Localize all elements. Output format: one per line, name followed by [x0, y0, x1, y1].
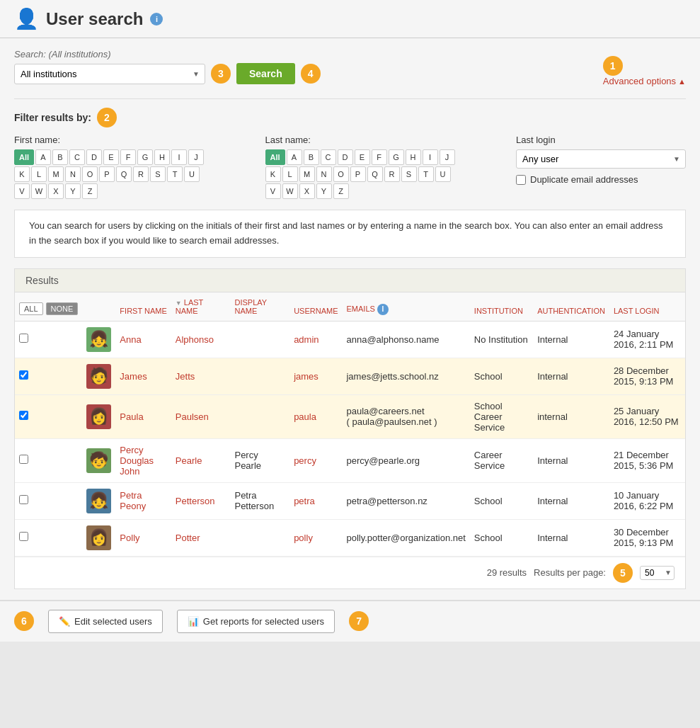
- firstname-m-btn[interactable]: M: [48, 166, 64, 182]
- firstname-h-btn[interactable]: H: [154, 149, 170, 165]
- lastname-a-btn[interactable]: A: [287, 149, 302, 165]
- avatar: 🧒: [86, 448, 111, 473]
- firstname-all-btn[interactable]: All: [14, 149, 34, 165]
- row-checkbox[interactable]: [19, 411, 28, 420]
- user-firstname-link[interactable]: Anna: [120, 334, 141, 345]
- advanced-options-link[interactable]: Advanced options ▲: [603, 76, 686, 86]
- username-link[interactable]: polly: [294, 533, 313, 543]
- lastname-all-btn[interactable]: All: [265, 149, 285, 165]
- firstname-k-btn[interactable]: K: [14, 166, 30, 182]
- username-link[interactable]: paula: [294, 411, 316, 422]
- row-checkbox[interactable]: [19, 455, 28, 464]
- lastname-k-btn[interactable]: K: [265, 166, 281, 182]
- firstname-x-btn[interactable]: X: [48, 183, 64, 199]
- firstname-z-btn[interactable]: Z: [82, 183, 98, 199]
- user-lastname-link[interactable]: Potter: [176, 533, 200, 543]
- username-link[interactable]: petra: [294, 496, 315, 506]
- last-name-filter: Last name: All A B C D E F G H I J K L M: [265, 135, 495, 199]
- lastname-w-btn[interactable]: W: [282, 183, 298, 199]
- lastname-v-btn[interactable]: V: [265, 183, 281, 199]
- firstname-l-btn[interactable]: L: [31, 166, 47, 182]
- select-all-button[interactable]: ALL: [19, 302, 43, 315]
- lastname-c-btn[interactable]: C: [321, 149, 336, 165]
- emails-info-icon[interactable]: i: [377, 304, 389, 315]
- user-firstname-link[interactable]: Polly: [120, 533, 139, 543]
- firstname-i-btn[interactable]: I: [171, 149, 187, 165]
- firstname-g-btn[interactable]: G: [137, 149, 153, 165]
- user-authentication: internal: [533, 394, 609, 438]
- username-link[interactable]: james: [294, 371, 319, 382]
- badge-2: 2: [97, 108, 117, 127]
- lastname-i-btn[interactable]: I: [423, 149, 438, 165]
- col-header-firstname[interactable]: FIRST NAME: [115, 292, 171, 322]
- edit-selected-users-button[interactable]: ✏️ Edit selected users: [48, 610, 163, 633]
- username-link[interactable]: percy: [294, 455, 316, 466]
- search-button[interactable]: Search: [236, 63, 295, 84]
- lastname-r-btn[interactable]: R: [384, 166, 400, 182]
- firstname-e-btn[interactable]: E: [103, 149, 119, 165]
- row-checkbox[interactable]: [19, 495, 28, 504]
- firstname-f-btn[interactable]: F: [120, 149, 136, 165]
- firstname-j-btn[interactable]: J: [188, 149, 204, 165]
- get-reports-button[interactable]: 📊 Get reports for selected users: [177, 610, 335, 633]
- select-none-button[interactable]: NONE: [46, 302, 79, 315]
- lastname-y-btn[interactable]: Y: [316, 183, 332, 199]
- user-lastname-link[interactable]: Petterson: [176, 496, 215, 506]
- firstname-r-btn[interactable]: R: [133, 166, 149, 182]
- user-lastname-link[interactable]: Paulsen: [176, 411, 209, 422]
- user-lastname-link[interactable]: Jetts: [176, 371, 195, 382]
- lastname-l-btn[interactable]: L: [282, 166, 298, 182]
- lastname-t-btn[interactable]: T: [418, 166, 434, 182]
- lastname-m-btn[interactable]: M: [299, 166, 315, 182]
- lastname-d-btn[interactable]: D: [338, 149, 353, 165]
- row-checkbox[interactable]: [19, 532, 28, 541]
- user-firstname-link[interactable]: Percy Douglas John: [120, 445, 154, 477]
- results-total: 29 results: [487, 567, 527, 578]
- institution-select[interactable]: All institutions: [14, 64, 205, 84]
- user-firstname-link[interactable]: James: [120, 371, 147, 382]
- firstname-u-btn[interactable]: U: [184, 166, 200, 182]
- user-authentication: Internal: [533, 321, 609, 358]
- firstname-q-btn[interactable]: Q: [116, 166, 132, 182]
- lastname-z-btn[interactable]: Z: [333, 183, 349, 199]
- duplicate-email-checkbox[interactable]: [516, 175, 526, 185]
- user-firstname-link[interactable]: Petra Peony: [120, 490, 146, 511]
- firstname-c-btn[interactable]: C: [69, 149, 85, 165]
- firstname-n-btn[interactable]: N: [65, 166, 81, 182]
- lastname-u-btn[interactable]: U: [435, 166, 451, 182]
- per-page-select[interactable]: 50 25 100: [640, 566, 675, 580]
- lastname-x-btn[interactable]: X: [299, 183, 315, 199]
- row-checkbox[interactable]: [19, 334, 28, 343]
- firstname-s-btn[interactable]: S: [150, 166, 166, 182]
- firstname-v-btn[interactable]: V: [14, 183, 30, 199]
- firstname-t-btn[interactable]: T: [167, 166, 183, 182]
- user-lastname-link[interactable]: Pearle: [176, 455, 202, 466]
- firstname-d-btn[interactable]: D: [86, 149, 102, 165]
- firstname-y-btn[interactable]: Y: [65, 183, 81, 199]
- firstname-a-btn[interactable]: A: [35, 149, 51, 165]
- lastname-j-btn[interactable]: J: [440, 149, 455, 165]
- firstname-o-btn[interactable]: O: [82, 166, 98, 182]
- lastname-h-btn[interactable]: H: [406, 149, 421, 165]
- lastname-s-btn[interactable]: S: [401, 166, 417, 182]
- row-checkbox[interactable]: [19, 370, 28, 380]
- col-header-lastname[interactable]: ▼ LAST NAME: [171, 292, 231, 322]
- chart-icon: 📊: [188, 616, 199, 627]
- page-info-icon[interactable]: i: [150, 13, 163, 25]
- lastname-o-btn[interactable]: O: [333, 166, 349, 182]
- firstname-w-btn[interactable]: W: [31, 183, 47, 199]
- lastname-g-btn[interactable]: G: [389, 149, 404, 165]
- lastname-b-btn[interactable]: B: [304, 149, 319, 165]
- user-institution: School Career Service: [470, 394, 533, 438]
- last-login-select[interactable]: Any user: [516, 149, 686, 169]
- lastname-f-btn[interactable]: F: [372, 149, 387, 165]
- firstname-b-btn[interactable]: B: [52, 149, 68, 165]
- username-link[interactable]: admin: [294, 334, 319, 345]
- lastname-q-btn[interactable]: Q: [367, 166, 383, 182]
- firstname-p-btn[interactable]: P: [99, 166, 115, 182]
- lastname-n-btn[interactable]: N: [316, 166, 332, 182]
- lastname-p-btn[interactable]: P: [350, 166, 366, 182]
- lastname-e-btn[interactable]: E: [355, 149, 370, 165]
- user-lastname-link[interactable]: Alphonso: [176, 334, 214, 345]
- user-firstname-link[interactable]: Paula: [120, 411, 143, 422]
